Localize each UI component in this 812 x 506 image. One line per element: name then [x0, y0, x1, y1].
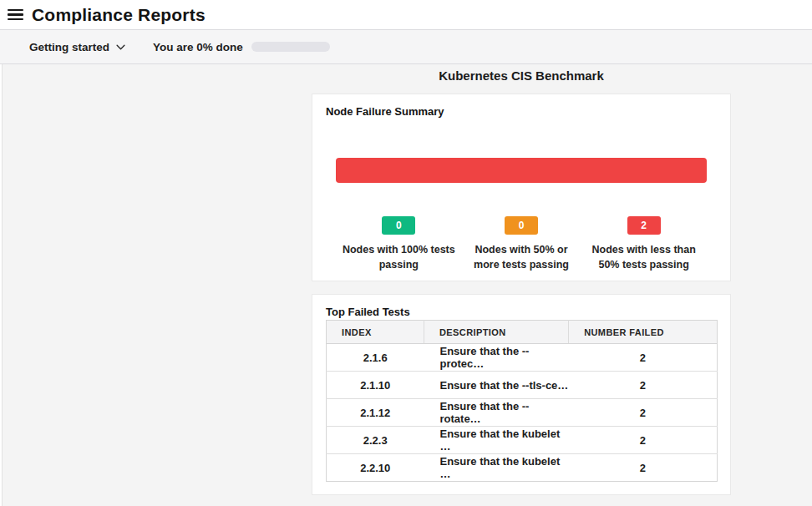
cell-index: 2.2.10: [327, 454, 424, 482]
pass-count-badge: 0: [382, 216, 415, 235]
cell-index: 2.1.12: [327, 399, 424, 427]
table-row: 2.1.10 Ensure that the --tls-ce… 2: [327, 372, 718, 399]
page-title: Compliance Reports: [32, 5, 206, 25]
cell-number-failed: 2: [569, 399, 718, 427]
column-header-description: DESCRIPTION: [424, 321, 569, 344]
legend-item-warn: 0 Nodes with 50% or more tests passing: [464, 216, 579, 272]
table-row: 2.1.6 Ensure that the --protec… 2: [327, 344, 718, 372]
hamburger-menu-icon[interactable]: [8, 9, 23, 21]
column-header-number-failed: NUMBER FAILED: [569, 321, 718, 344]
table-row: 2.1.12 Ensure that the --rotate… 2: [327, 399, 718, 427]
cell-description: Ensure that the kubelet …: [424, 427, 569, 454]
pass-count-label: Nodes with 100% tests passing: [341, 242, 456, 272]
legend-item-fail: 2 Nodes with less than 50% tests passing: [586, 216, 702, 272]
node-failure-bar-chart: [336, 158, 707, 183]
table-row: 2.2.10 Ensure that the kubelet … 2: [327, 454, 718, 482]
top-failed-tests-title: Top Failed Tests: [326, 306, 410, 318]
warn-count-badge: 0: [505, 216, 538, 235]
cell-number-failed: 2: [569, 427, 718, 454]
progress-bar: [251, 42, 330, 52]
cell-description: Ensure that the --rotate…: [424, 399, 569, 427]
fail-count-label: Nodes with less than 50% tests passing: [586, 242, 702, 272]
getting-started-banner: Getting started You are 0% done: [0, 29, 812, 64]
chevron-down-icon: [116, 44, 125, 50]
cell-description: Ensure that the --protec…: [424, 344, 569, 372]
cell-index: 2.2.3: [327, 427, 424, 454]
compliance-reports-page: Compliance Reports Getting started You a…: [0, 0, 812, 506]
report-heading: Kubernetes CIS Benchmark: [312, 68, 731, 83]
table-header-row: INDEX DESCRIPTION NUMBER FAILED: [327, 321, 718, 344]
cell-description: Ensure that the kubelet …: [424, 454, 569, 482]
cell-index: 2.1.10: [327, 372, 424, 399]
legend-item-pass: 0 Nodes with 100% tests passing: [341, 216, 456, 272]
warn-count-label: Nodes with 50% or more tests passing: [464, 242, 579, 272]
cell-number-failed: 2: [569, 454, 718, 482]
cell-description: Ensure that the --tls-ce…: [424, 372, 569, 399]
collapsed-sidebar-edge: [0, 64, 3, 506]
column-header-index: INDEX: [327, 321, 424, 344]
getting-started-dropdown[interactable]: Getting started: [29, 41, 125, 53]
cell-number-failed: 2: [569, 344, 718, 372]
node-failure-summary-title: Node Failure Summary: [326, 105, 444, 118]
progress-text: You are 0% done: [153, 41, 243, 53]
node-failure-legend: 0 Nodes with 100% tests passing 0 Nodes …: [312, 216, 730, 272]
top-failed-tests-card: Top Failed Tests INDEX DESCRIPTION NUMBE…: [312, 294, 731, 495]
table-row: 2.2.3 Ensure that the kubelet … 2: [327, 427, 718, 454]
getting-started-label: Getting started: [29, 41, 109, 53]
top-failed-tests-table: INDEX DESCRIPTION NUMBER FAILED 2.1.6 En…: [326, 320, 718, 482]
fail-count-badge: 2: [627, 216, 661, 235]
node-failure-summary-card: Node Failure Summary 0 Nodes with 100% t…: [312, 94, 731, 281]
app-header: Compliance Reports: [0, 0, 812, 29]
cell-number-failed: 2: [569, 372, 718, 399]
cell-index: 2.1.6: [327, 344, 424, 372]
